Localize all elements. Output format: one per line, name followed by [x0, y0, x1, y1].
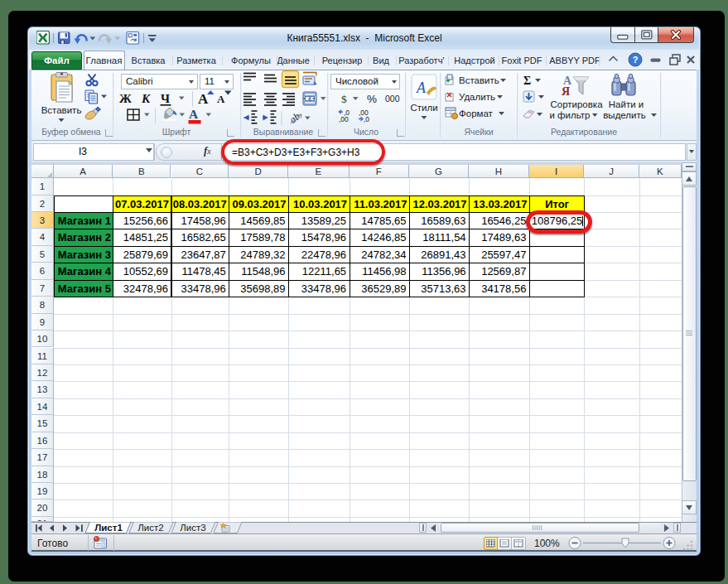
- svg-text:Формат: Формат: [459, 109, 494, 118]
- svg-text:$: $: [341, 93, 347, 105]
- svg-text:,00: ,00: [339, 115, 349, 123]
- svg-text:ab: ab: [287, 110, 302, 125]
- svg-text:?: ?: [633, 55, 639, 65]
- svg-text:Удалить: Удалить: [459, 92, 495, 102]
- svg-text:Стили: Стили: [410, 103, 437, 113]
- svg-text:А: А: [217, 93, 225, 105]
- svg-text:Найти и: Найти и: [609, 99, 644, 109]
- svg-text:Вставить: Вставить: [459, 75, 499, 85]
- svg-text:К: К: [141, 92, 151, 105]
- svg-text:Σ: Σ: [523, 75, 531, 87]
- svg-text:А: А: [198, 91, 209, 107]
- svg-text:,0: ,0: [364, 115, 369, 123]
- svg-text:Лист3: Лист3: [180, 523, 205, 533]
- svg-text:Я: Я: [562, 85, 570, 98]
- svg-text:и фильтр: и фильтр: [550, 110, 591, 120]
- svg-text:выделить: выделить: [603, 110, 646, 120]
- svg-text:А: А: [189, 107, 199, 121]
- svg-text:Лист2: Лист2: [137, 523, 163, 533]
- svg-text:A: A: [416, 80, 427, 96]
- svg-text:Сортировка: Сортировка: [550, 99, 603, 109]
- svg-text:Лист1: Лист1: [94, 523, 123, 533]
- svg-text:%: %: [367, 93, 377, 105]
- svg-text:000: 000: [385, 94, 400, 104]
- svg-text:Ж: Ж: [119, 92, 132, 105]
- svg-text:Вставить: Вставить: [41, 105, 81, 115]
- svg-text:Ч: Ч: [161, 92, 170, 105]
